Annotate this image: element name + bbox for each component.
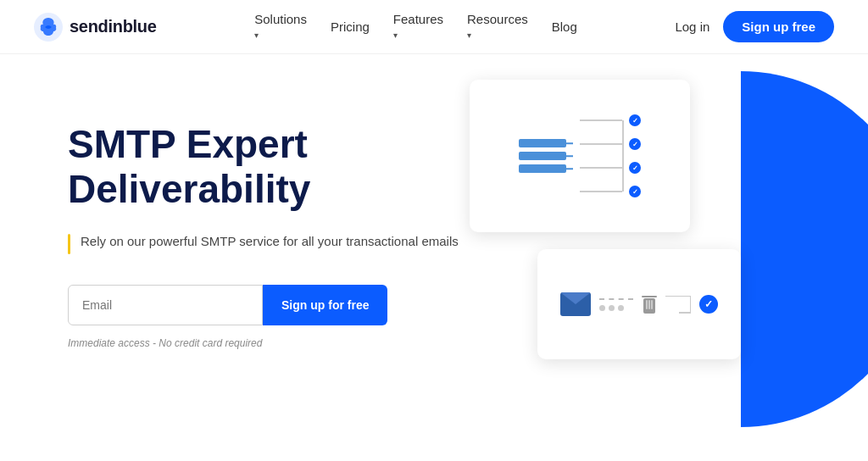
login-button[interactable]: Log in	[675, 19, 709, 34]
nav-link-features[interactable]: Features	[393, 12, 443, 26]
l-connector	[665, 296, 691, 314]
server-row-2	[519, 152, 566, 160]
hero-note: Immediate access - No credit card requir…	[68, 337, 459, 349]
route-line	[580, 119, 622, 121]
hero-subtitle-wrapper: Rely on our powerful SMTP service for al…	[68, 232, 459, 254]
subtitle-accent-bar	[68, 234, 70, 254]
bin-lid	[642, 296, 657, 297]
route-item-4	[580, 186, 641, 197]
route-item-1	[580, 114, 641, 126]
h-connector-line	[665, 296, 691, 297]
email-workflow	[560, 292, 718, 316]
nav-actions: Log in Sign up free	[675, 11, 834, 42]
nav-item-solutions[interactable]: Solutions ▾	[254, 12, 307, 42]
dot-1	[599, 305, 605, 311]
signup-button[interactable]: Sign up free	[723, 11, 834, 42]
email-envelope-icon	[560, 292, 591, 316]
nav-item-pricing[interactable]: Pricing	[331, 19, 370, 34]
route-check-4	[629, 186, 641, 197]
nav-link-solutions[interactable]: Solutions	[254, 12, 307, 26]
hero-illustration	[427, 54, 868, 461]
hero-title: SMTP Expert Deliverability	[68, 122, 459, 212]
hero-content: SMTP Expert Deliverability Rely on our p…	[68, 105, 459, 349]
route-item-2	[580, 138, 641, 150]
nav-link-resources[interactable]: Resources	[467, 12, 528, 26]
nav-links: Solutions ▾ Pricing Features ▾ Resources…	[254, 12, 577, 42]
h-connector-line-2	[679, 312, 691, 314]
route-item-3	[580, 162, 641, 174]
check-circle-icon	[699, 295, 718, 314]
hero-signup-button[interactable]: Sign up for free	[263, 285, 387, 325]
chevron-down-icon: ▾	[393, 31, 398, 40]
route-line	[580, 143, 622, 145]
bin-line-3	[651, 300, 653, 309]
logo[interactable]: sendinblue	[34, 13, 157, 42]
workflow-connector	[599, 298, 633, 311]
route-check-3	[629, 162, 641, 174]
workflow-dots	[599, 305, 633, 311]
signup-form: Sign up for free	[68, 285, 459, 325]
email-input[interactable]	[68, 285, 263, 325]
nav-link-pricing[interactable]: Pricing	[331, 19, 370, 34]
logo-icon	[34, 13, 63, 42]
bin-line-1	[646, 300, 648, 309]
v-connector-line	[690, 297, 692, 312]
dot-3	[618, 305, 624, 311]
nav-link-blog[interactable]: Blog	[552, 19, 577, 34]
hero-section: SMTP Expert Deliverability Rely on our p…	[0, 54, 868, 461]
hero-subtitle: Rely on our powerful SMTP service for al…	[81, 232, 459, 252]
bin-body	[643, 298, 655, 314]
nav-item-resources[interactable]: Resources ▾	[467, 12, 528, 42]
chevron-down-icon: ▾	[254, 31, 259, 40]
smtp-diagram	[519, 114, 641, 197]
dashed-line	[599, 298, 633, 300]
bin-line-2	[648, 300, 650, 309]
nav-item-features[interactable]: Features ▾	[393, 12, 443, 42]
navbar: sendinblue Solutions ▾ Pricing Features …	[0, 0, 868, 54]
dot-2	[609, 305, 615, 311]
route-line	[580, 167, 622, 169]
route-check-1	[629, 114, 641, 126]
server-icon	[519, 139, 566, 173]
server-row-3	[519, 164, 566, 173]
chevron-down-icon: ▾	[467, 31, 471, 40]
routing-lines	[580, 114, 641, 197]
route-check-2	[629, 138, 641, 150]
email-workflow-card	[537, 249, 741, 359]
server-row-1	[519, 139, 566, 147]
logo-text: sendinblue	[70, 17, 157, 36]
trash-icon	[642, 296, 657, 314]
smtp-routing-card	[470, 80, 690, 232]
nav-item-blog[interactable]: Blog	[552, 19, 577, 34]
route-line	[580, 191, 622, 192]
